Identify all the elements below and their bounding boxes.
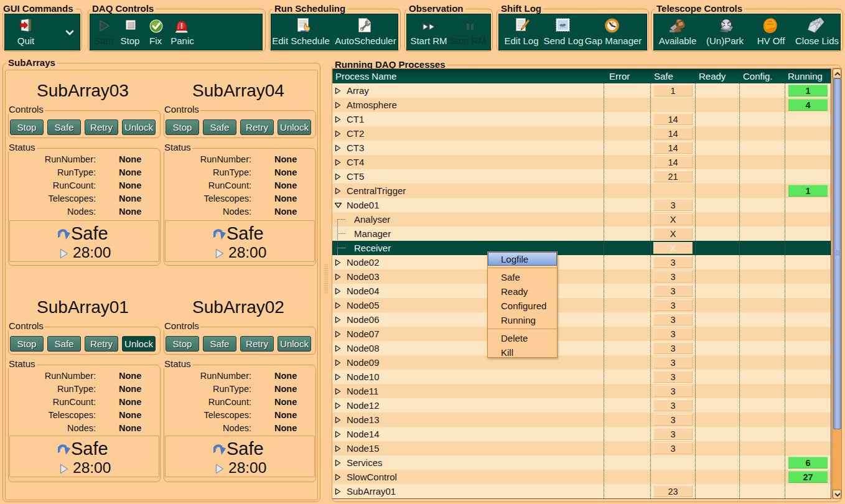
svg-text:!: !	[180, 21, 183, 30]
